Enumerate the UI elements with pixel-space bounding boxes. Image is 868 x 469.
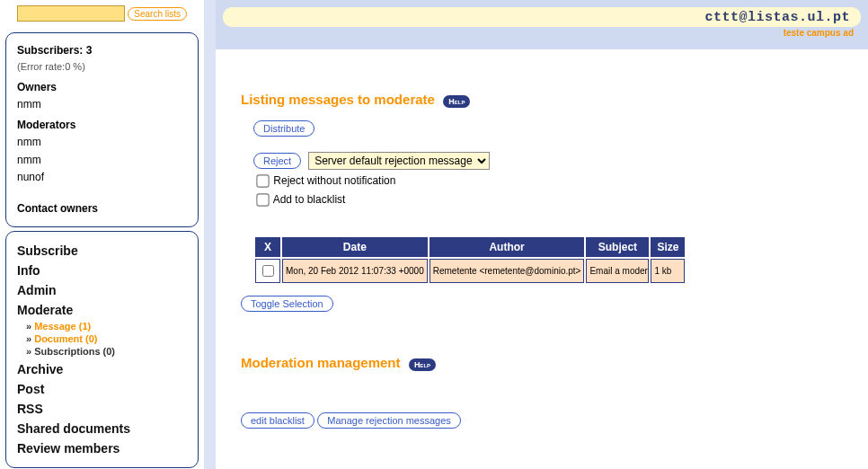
cell-author[interactable]: Remetente <remetente@dominio.pt>: [430, 259, 585, 283]
moderator-item: nunof: [17, 169, 187, 186]
help-button[interactable]: Help: [443, 95, 470, 108]
add-to-blacklist-label: Add to blacklist: [273, 193, 346, 206]
nav-shared-documents[interactable]: Shared documents: [17, 419, 187, 438]
search-input[interactable]: [17, 5, 125, 22]
edit-blacklist-button[interactable]: edit blacklist: [241, 412, 314, 429]
nav-moderate[interactable]: Moderate: [17, 300, 187, 320]
nav-info[interactable]: Info: [17, 261, 187, 280]
nav-subscribe[interactable]: Subscribe: [17, 241, 187, 261]
reject-button[interactable]: Reject: [253, 153, 301, 169]
nav-review-members[interactable]: Review members: [17, 438, 187, 458]
owner-item: nmm: [17, 96, 187, 113]
subscribers-count: Subscribers: 3: [17, 42, 187, 59]
table-header-author: Author: [430, 237, 585, 257]
rejection-message-select[interactable]: Server default rejection message: [308, 152, 490, 170]
contact-owners-link[interactable]: Contact owners: [17, 200, 187, 217]
nav-post[interactable]: Post: [17, 379, 187, 399]
distribute-button[interactable]: Distribute: [253, 120, 314, 137]
row-select-checkbox[interactable]: [262, 265, 274, 277]
cell-subject[interactable]: Email a moderar: [586, 259, 649, 283]
moderator-item: nmm: [17, 152, 187, 169]
reject-without-notification-label: Reject without notification: [273, 174, 395, 187]
nav-rss[interactable]: RSS: [17, 399, 187, 419]
table-header-size: Size: [651, 237, 685, 257]
add-to-blacklist-checkbox[interactable]: [256, 193, 269, 206]
nav-archive[interactable]: Archive: [17, 359, 187, 379]
nav-panel: Subscribe Info Admin Moderate Message (1…: [5, 231, 199, 468]
moderators-label: Moderators: [17, 117, 187, 134]
nav-admin[interactable]: Admin: [17, 280, 187, 300]
nav-moderate-subscriptions[interactable]: Subscriptions (0): [26, 345, 187, 358]
search-lists-button[interactable]: Search lists: [128, 7, 187, 21]
nav-moderate-document[interactable]: Document (0): [26, 332, 187, 345]
cell-date[interactable]: Mon, 20 Feb 2012 11:07:33 +0000: [282, 259, 428, 283]
reject-without-notification-checkbox[interactable]: [256, 174, 269, 187]
list-details-panel: Subscribers: 3 (Error rate:0 %) Owners n…: [5, 32, 199, 227]
table-row: Mon, 20 Feb 2012 11:07:33 +0000 Remetent…: [255, 259, 685, 283]
table-header-select: X: [255, 237, 280, 257]
vertical-divider: [204, 0, 216, 469]
manage-rejection-messages-button[interactable]: Manage rejection messages: [317, 412, 461, 429]
owners-label: Owners: [17, 79, 187, 96]
moderate-section-title: Listing messages to moderate: [241, 92, 435, 107]
table-header-subject: Subject: [586, 237, 649, 257]
nav-moderate-message[interactable]: Message (1): [26, 320, 187, 332]
messages-table: X Date Author Subject Size Mon, 20 Feb 2…: [253, 235, 686, 285]
list-address-banner: cttt@listas.ul.pt: [223, 7, 861, 27]
search-bar: Search lists: [2, 4, 202, 29]
cell-size: 1 kb: [651, 259, 685, 283]
list-description: teste campus ad: [216, 28, 868, 38]
error-rate: (Error rate:0 %): [17, 59, 187, 75]
help-button[interactable]: Help: [409, 358, 436, 371]
table-header-date: Date: [282, 237, 428, 257]
moderator-item: nmm: [17, 134, 187, 151]
toggle-selection-button[interactable]: Toggle Selection: [241, 296, 333, 312]
moderation-management-title: Moderation management: [241, 355, 401, 370]
